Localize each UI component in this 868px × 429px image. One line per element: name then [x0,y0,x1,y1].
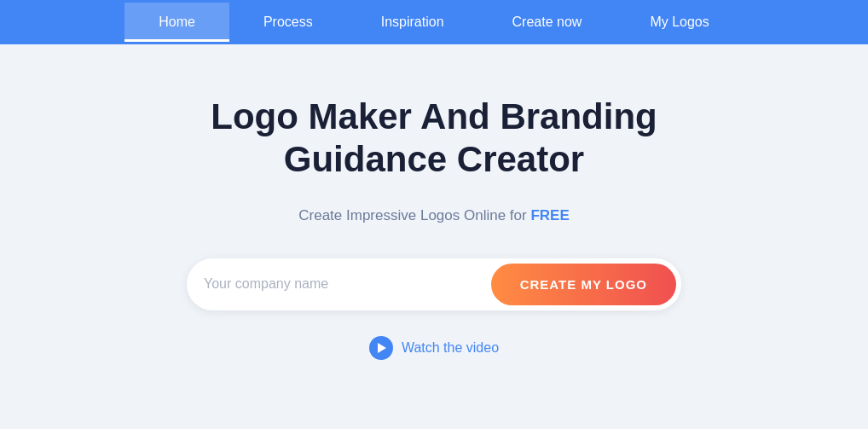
hero-subtitle-pre: Create Impressive Logos Online for [298,207,530,223]
play-icon [369,336,393,360]
create-logo-button[interactable]: CREATE MY LOGO [491,264,676,305]
nav-item-my-logos[interactable]: My Logos [616,3,743,42]
nav-item-home[interactable]: Home [124,3,229,42]
hero-section: Logo Maker And Branding Guidance Creator… [0,44,868,394]
hero-title: Logo Maker And Branding Guidance Creator [136,96,732,182]
watch-video-label: Watch the video [402,340,499,356]
logo-input-row: CREATE MY LOGO [187,258,681,310]
watch-video-link[interactable]: Watch the video [369,336,499,360]
play-triangle-icon [378,343,386,353]
nav-item-create-now[interactable]: Create now [478,3,616,42]
company-name-input[interactable] [204,268,491,300]
hero-subtitle: Create Impressive Logos Online for FREE [298,207,569,224]
nav-items: Home Process Inspiration Create now My L… [124,3,744,42]
main-nav: Home Process Inspiration Create now My L… [0,0,868,44]
nav-item-process[interactable]: Process [229,3,347,42]
nav-item-inspiration[interactable]: Inspiration [347,3,478,42]
hero-subtitle-highlight: FREE [530,207,569,223]
